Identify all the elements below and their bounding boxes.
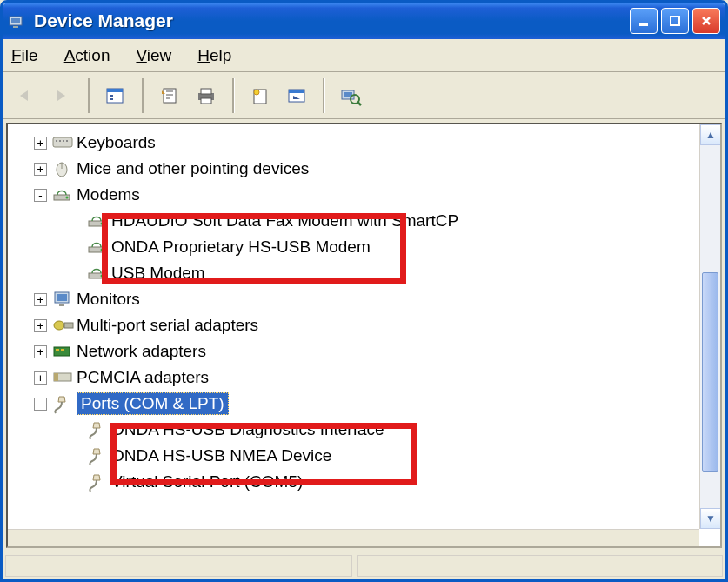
menu-help[interactable]: Help bbox=[197, 46, 231, 65]
tree-item[interactable]: +ONDA HS-USB NMEA Device bbox=[11, 443, 717, 469]
tree-item[interactable]: -Modems bbox=[11, 182, 717, 208]
modem-icon bbox=[52, 186, 71, 204]
tree-item[interactable]: +Monitors bbox=[11, 286, 717, 312]
nav-back-button bbox=[10, 80, 41, 111]
close-button[interactable] bbox=[692, 8, 720, 34]
svg-rect-2 bbox=[13, 26, 18, 28]
app-icon bbox=[8, 11, 27, 30]
svg-rect-11 bbox=[201, 89, 211, 94]
toolbar bbox=[3, 72, 725, 119]
svg-rect-24 bbox=[66, 140, 68, 142]
scroll-down-button[interactable]: ▼ bbox=[700, 508, 721, 529]
svg-rect-21 bbox=[56, 140, 57, 142]
tool-view-icon[interactable] bbox=[100, 80, 131, 111]
menu-action[interactable]: Action bbox=[64, 46, 110, 65]
tool-scan-hardware-icon[interactable] bbox=[335, 80, 366, 111]
svg-rect-22 bbox=[59, 140, 61, 142]
svg-rect-37 bbox=[59, 304, 64, 306]
menu-file[interactable]: File bbox=[11, 46, 38, 65]
pcmcia-icon bbox=[52, 369, 71, 386]
tree-item-label: ONDA Proprietary HS-USB Modem bbox=[111, 237, 371, 257]
menubar: File Action View Help bbox=[3, 39, 725, 72]
tree-item[interactable]: +ONDA HS-USB Diagnostics Interface bbox=[11, 417, 717, 443]
device-tree-container: +Keyboards+Mice and other pointing devic… bbox=[6, 123, 722, 548]
tree-item-label: Multi-port serial adapters bbox=[77, 316, 258, 335]
tree-item-label: USB Modem bbox=[111, 264, 205, 283]
tree-item[interactable]: +USB Modem bbox=[11, 260, 717, 286]
status-pane bbox=[357, 555, 723, 577]
maximize-button[interactable] bbox=[661, 8, 689, 34]
svg-point-38 bbox=[54, 321, 64, 330]
minimize-button[interactable] bbox=[630, 8, 658, 34]
horizontal-scrollbar[interactable] bbox=[8, 529, 699, 546]
svg-point-34 bbox=[101, 275, 104, 278]
expand-icon[interactable]: + bbox=[34, 371, 47, 385]
svg-rect-4 bbox=[671, 17, 679, 25]
svg-rect-9 bbox=[164, 89, 176, 103]
menu-view[interactable]: View bbox=[136, 46, 171, 65]
tree-item-label: ONDA HS-USB NMEA Device bbox=[111, 446, 331, 465]
tree-item[interactable]: +HDAUDIO Soft Data Fax Modem with SmartC… bbox=[11, 208, 717, 234]
tool-disable-icon[interactable] bbox=[281, 80, 312, 111]
svg-rect-41 bbox=[56, 349, 59, 351]
device-manager-window: Device Manager File Action View Help bbox=[0, 0, 728, 582]
network-icon bbox=[52, 343, 71, 360]
tree-item[interactable]: +Multi-port serial adapters bbox=[11, 312, 717, 338]
tree-item-label: HDAUDIO Soft Data Fax Modem with SmartCP bbox=[111, 211, 458, 231]
toolbar-separator bbox=[142, 78, 144, 113]
tree-item-label: Mice and other pointing devices bbox=[77, 159, 309, 178]
expand-icon[interactable]: + bbox=[34, 137, 47, 150]
tree-item-label: Keyboards bbox=[77, 133, 156, 152]
scroll-track[interactable] bbox=[700, 145, 720, 508]
svg-rect-23 bbox=[63, 140, 64, 142]
svg-point-14 bbox=[254, 90, 259, 95]
tree-item[interactable]: -Ports (COM & LPT) bbox=[11, 391, 717, 417]
svg-point-30 bbox=[101, 223, 104, 225]
svg-rect-1 bbox=[11, 18, 20, 23]
svg-rect-39 bbox=[64, 323, 73, 328]
tree-item-label: Network adapters bbox=[77, 342, 206, 361]
tool-update-driver-icon[interactable] bbox=[244, 80, 276, 111]
svg-rect-3 bbox=[639, 23, 648, 26]
tool-print-icon[interactable] bbox=[190, 80, 222, 111]
tree-item[interactable]: +Keyboards bbox=[11, 130, 717, 156]
tree-item[interactable]: +Virtual Serial Port (COM5) bbox=[11, 469, 717, 495]
svg-point-32 bbox=[101, 249, 104, 251]
tree-item-label: Modems bbox=[77, 185, 140, 204]
tree-item[interactable]: +PCMCIA adapters bbox=[11, 365, 717, 391]
window-controls bbox=[630, 8, 720, 34]
tree-item[interactable]: +ONDA Proprietary HS-USB Modem bbox=[11, 234, 717, 260]
titlebar[interactable]: Device Manager bbox=[3, 3, 725, 39]
vertical-scrollbar[interactable]: ▲ ▼ bbox=[699, 124, 720, 529]
svg-rect-8 bbox=[110, 98, 113, 100]
port-icon bbox=[87, 447, 106, 465]
expand-icon[interactable]: + bbox=[34, 319, 47, 332]
svg-rect-44 bbox=[54, 373, 58, 381]
port-icon bbox=[87, 473, 106, 491]
tree-item-label: Ports (COM & LPT) bbox=[77, 392, 229, 415]
expand-icon[interactable]: + bbox=[34, 345, 47, 358]
expand-icon[interactable]: + bbox=[34, 293, 47, 306]
monitor-icon bbox=[52, 291, 71, 308]
svg-rect-7 bbox=[110, 95, 113, 97]
multiport-icon bbox=[52, 317, 71, 334]
content-area: +Keyboards+Mice and other pointing devic… bbox=[3, 119, 725, 552]
collapse-icon[interactable]: - bbox=[34, 398, 47, 411]
expand-icon[interactable]: + bbox=[34, 163, 47, 176]
keyboard-icon bbox=[52, 134, 71, 151]
scroll-up-button[interactable]: ▲ bbox=[700, 124, 721, 145]
collapse-icon[interactable]: - bbox=[34, 189, 47, 202]
nav-forward-button bbox=[46, 80, 77, 111]
svg-point-28 bbox=[66, 197, 69, 199]
svg-rect-36 bbox=[57, 294, 67, 301]
device-tree[interactable]: +Keyboards+Mice and other pointing devic… bbox=[8, 124, 720, 546]
tree-item[interactable]: +Network adapters bbox=[11, 338, 717, 365]
tree-item[interactable]: +Mice and other pointing devices bbox=[11, 156, 717, 182]
svg-rect-12 bbox=[201, 98, 211, 104]
tool-properties-icon[interactable] bbox=[154, 80, 185, 111]
scroll-thumb[interactable] bbox=[702, 272, 718, 472]
svg-rect-42 bbox=[61, 349, 64, 351]
svg-rect-20 bbox=[53, 137, 72, 147]
tree-item-label: Virtual Serial Port (COM5) bbox=[111, 472, 303, 492]
svg-rect-16 bbox=[289, 90, 304, 93]
